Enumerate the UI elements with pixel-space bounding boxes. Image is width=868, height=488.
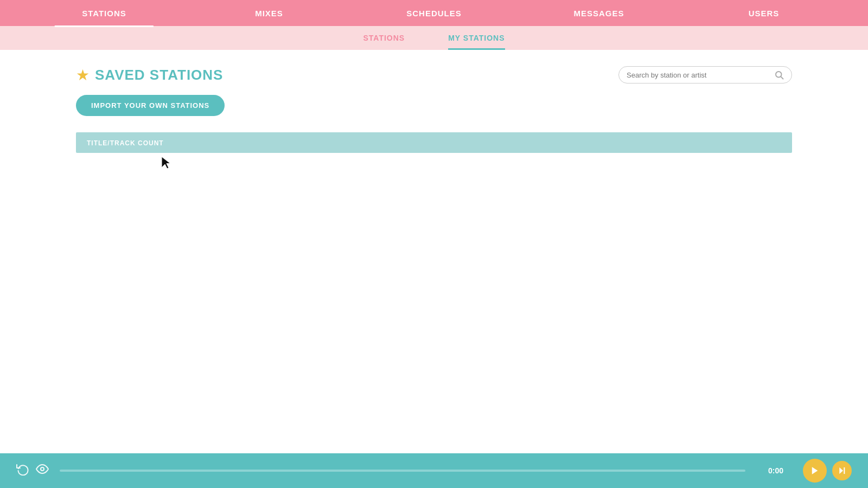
search-container [618, 66, 792, 84]
subnav-item-stations[interactable]: STATIONS [363, 27, 405, 49]
svg-rect-5 [844, 467, 845, 474]
player-left-controls [16, 463, 49, 479]
nav-item-mixes[interactable]: MIXES [187, 1, 352, 25]
subnav-item-my-stations[interactable]: MY STATIONS [448, 27, 505, 49]
skip-button[interactable] [832, 461, 852, 480]
svg-point-2 [41, 467, 44, 471]
nav-item-messages[interactable]: MESSAGES [516, 1, 681, 25]
player-bar: 0:00 [0, 453, 868, 488]
play-icon [810, 466, 820, 476]
svg-line-1 [781, 76, 783, 79]
svg-marker-4 [839, 467, 843, 474]
eye-icon[interactable] [36, 463, 49, 479]
search-input[interactable] [627, 71, 774, 79]
skip-icon [838, 466, 846, 475]
saved-stations-title: SAVED STATIONS [95, 67, 223, 84]
nav-item-schedules[interactable]: SCHEDULES [352, 1, 516, 25]
search-icon [774, 70, 784, 80]
cursor [161, 156, 174, 173]
history-icon[interactable] [16, 463, 29, 479]
main-content: ★ SAVED STATIONS IMPORT YOUR OWN STATION… [0, 50, 868, 169]
player-time: 0:00 [756, 466, 783, 475]
nav-item-stations[interactable]: STATIONS [22, 1, 187, 25]
nav-item-users[interactable]: USERS [681, 1, 846, 25]
table-header-label: TITLE/TRACK COUNT [87, 139, 164, 147]
top-navigation: STATIONS MIXES SCHEDULES MESSAGES USERS [0, 0, 868, 26]
import-stations-button[interactable]: IMPORT YOUR OWN STATIONS [76, 95, 225, 116]
play-button[interactable] [803, 459, 827, 483]
sub-navigation: STATIONS MY STATIONS [0, 26, 868, 50]
star-icon: ★ [76, 66, 90, 84]
search-button[interactable] [774, 70, 784, 80]
table-header: TITLE/TRACK COUNT [76, 132, 792, 153]
player-right-controls [803, 459, 852, 483]
svg-marker-3 [812, 467, 818, 474]
player-progress-bar[interactable] [60, 470, 745, 472]
